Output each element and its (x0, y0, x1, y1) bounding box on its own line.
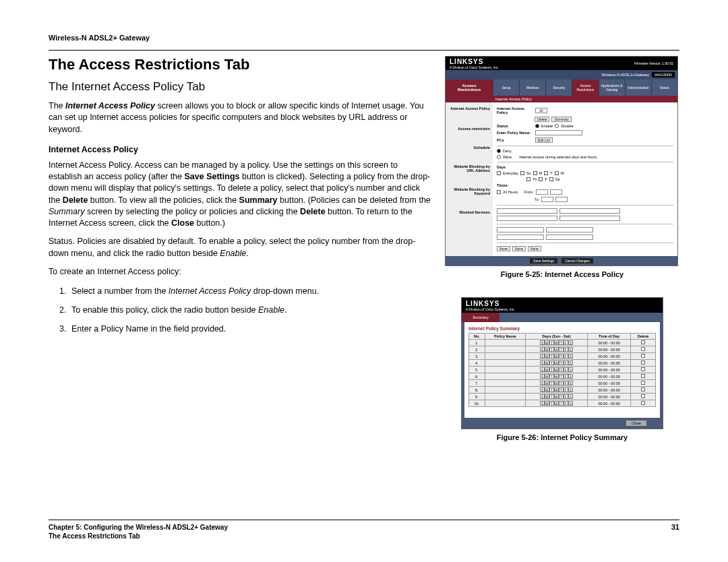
fig25-delete-button[interactable]: Delete (535, 117, 549, 122)
fig26-h2: Days (Sun - Sat) (525, 334, 587, 340)
fig25-to-dd2[interactable] (555, 197, 568, 202)
row-pname (485, 400, 525, 407)
row-delete (631, 340, 656, 346)
row-days: SMTWTFS (525, 373, 587, 380)
fig25-kw1[interactable] (497, 227, 544, 232)
fig25-url2[interactable] (559, 208, 620, 214)
fig25-save-button[interactable]: Save Settings (530, 258, 557, 263)
delete-checkbox[interactable] (641, 354, 645, 358)
fig25-w-chk[interactable] (555, 171, 559, 175)
fig25-tab-setup[interactable]: Setup (493, 80, 519, 96)
fig25-tab-wireless[interactable]: Wireless (519, 80, 545, 96)
fig25-th-chk[interactable] (526, 177, 530, 181)
fig25-lbl-iap: Internet Access Policy (446, 106, 490, 111)
footer-section: The Access Restrictions Tab (49, 532, 228, 540)
table-row: 4.SMTWTFS00:00 - 00:00 (469, 360, 656, 367)
delete-checkbox[interactable] (641, 361, 645, 365)
fig25-name-lbl: Enter Policy Name: (497, 131, 533, 135)
row-num: 8. (469, 387, 485, 394)
policy-paragraph: Internet Access Policy. Access can be ma… (49, 160, 433, 230)
fig25-deny-radio[interactable] (497, 149, 501, 153)
fig26-close-button[interactable]: Close (626, 420, 646, 426)
fig25-to-dd[interactable] (541, 197, 553, 202)
fig25-editlist-button[interactable]: Edit List (535, 137, 553, 143)
fig25-url3[interactable] (497, 216, 557, 221)
delete-checkbox[interactable] (641, 401, 645, 405)
fig25-su-chk[interactable] (520, 171, 524, 175)
fig26-side: Summary (462, 313, 499, 322)
header-rule (49, 50, 679, 51)
delete-checkbox[interactable] (641, 381, 645, 385)
fig25-firmware: Firmware Version: 1.00.01 (634, 61, 673, 65)
row-delete (631, 380, 656, 387)
table-row: 2.SMTWTFS00:00 - 00:00 (469, 346, 656, 353)
pp-h: Summary (49, 207, 84, 216)
step-3: Enter a Policy Name in the field provide… (69, 322, 433, 336)
row-pname (485, 360, 525, 367)
row-pname (485, 353, 525, 360)
fig25-tab-status[interactable]: Status (651, 80, 677, 96)
delete-checkbox[interactable] (641, 394, 645, 398)
fig25-tab-security[interactable]: Security (545, 80, 572, 96)
row-time: 00:00 - 00:00 (588, 346, 631, 353)
delete-checkbox[interactable] (641, 374, 645, 378)
fig25-svc3[interactable]: None (528, 246, 541, 251)
fig25-lbl-url: Website Blocking by URL Address (446, 164, 490, 173)
row-delete (631, 360, 656, 367)
text-column: The Access Restrictions Tab The Internet… (49, 56, 433, 455)
delete-checkbox[interactable] (641, 340, 645, 344)
fig25-brand-sub: A Division of Cisco Systems, Inc. (450, 65, 499, 69)
step-1: Select a number from the Internet Access… (69, 284, 433, 298)
fig25-model: WAG300N (652, 72, 675, 77)
row-delete (631, 387, 656, 394)
fig25-m-chk[interactable] (533, 171, 537, 175)
fig25-tab-apps[interactable]: Applications & Gaming (599, 80, 625, 96)
row-days: SMTWTFS (525, 346, 587, 353)
row-days: SMTWTFS (525, 380, 587, 387)
fig25-from-dd2[interactable] (550, 189, 562, 195)
ps-c: . (246, 249, 248, 258)
fig25-kw2[interactable] (546, 227, 593, 232)
fig25-to: To: (535, 197, 539, 201)
delete-checkbox[interactable] (641, 347, 645, 351)
fig25-t-chk[interactable] (544, 171, 548, 175)
table-row: 1.SMTWTFS00:00 - 00:00 (469, 340, 656, 346)
figure-5-26-caption: Figure 5-26: Internet Policy Summary (445, 433, 679, 441)
fig25-tab-admin[interactable]: Administration (625, 80, 651, 96)
fig25-enable-radio[interactable] (535, 124, 539, 128)
fig25-kw3[interactable] (497, 235, 544, 240)
row-time: 00:00 - 00:00 (588, 394, 631, 400)
fig25-cancel-button[interactable]: Cancel Changes (562, 258, 593, 263)
fig25-allow-radio[interactable] (497, 155, 501, 159)
fig25-24h-chk[interactable] (497, 190, 501, 194)
s2c: . (284, 305, 286, 315)
pp-e: button. To view all the policies, click … (88, 195, 239, 205)
fig25-dd-val: 10 (539, 108, 543, 113)
row-delete (631, 353, 656, 360)
fig25-form: Internet Access Policy 10 Delete Summary… (493, 102, 677, 256)
fig25-svc1[interactable]: None (497, 246, 510, 251)
fig25-disable-radio[interactable] (555, 124, 559, 128)
table-row: 3.SMTWTFS00:00 - 00:00 (469, 353, 656, 360)
pp-l: Close (171, 218, 194, 228)
steps-list: Select a number from the Internet Access… (69, 284, 433, 336)
fig25-svc2[interactable]: None (512, 246, 526, 251)
fig25-summary-button[interactable]: Summary (551, 117, 571, 122)
delete-checkbox[interactable] (641, 367, 645, 371)
fig25-kw4[interactable] (546, 235, 593, 240)
delete-checkbox[interactable] (641, 387, 645, 392)
row-pname (485, 380, 525, 387)
fig25-sa-chk[interactable] (549, 177, 553, 181)
fig25-url4[interactable] (559, 216, 620, 221)
fig25-iap-lbl: Internet Access Policy (497, 106, 533, 115)
fig25-name-input[interactable] (535, 130, 582, 135)
fig25-from: From: (524, 190, 533, 194)
fig25-url1[interactable] (497, 208, 557, 214)
fig25-tab-access[interactable]: Access Restrictions (572, 80, 598, 96)
fig25-from-dd[interactable] (536, 189, 548, 195)
fig25-section-labels: Internet Access Policy Access restrictio… (446, 102, 493, 256)
fig25-f-chk[interactable] (539, 177, 543, 181)
row-time: 00:00 - 00:00 (588, 400, 631, 407)
fig25-everyday-chk[interactable] (497, 171, 501, 175)
row-pname (485, 394, 525, 400)
